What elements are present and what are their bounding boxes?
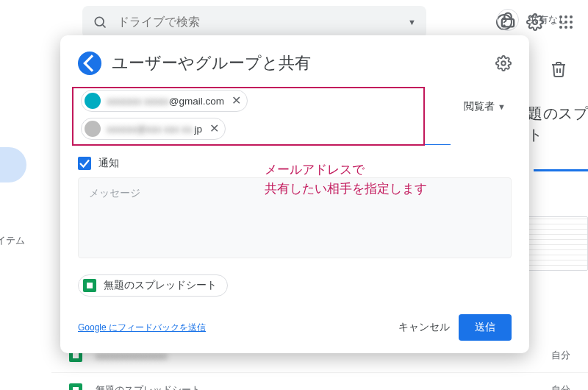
avatar xyxy=(85,121,101,137)
search-icon xyxy=(93,15,107,29)
svg-point-10 xyxy=(570,21,573,24)
lock-icon xyxy=(497,9,519,31)
tab-indicator xyxy=(534,169,588,171)
recipient-chip[interactable]: xxxxxx@xxx xxx xx.jp ✕ xyxy=(81,118,226,140)
search-bar[interactable]: ドライブで検索 ▼ xyxy=(82,6,426,38)
trash-icon[interactable] xyxy=(550,60,567,78)
notify-checkbox[interactable] xyxy=(78,157,91,170)
recipient-chip[interactable]: xxxxxxx xxxxx@gmail.com ✕ xyxy=(81,90,248,112)
send-button[interactable]: 送信 xyxy=(459,314,512,341)
sidebar-item[interactable]: アイテム xyxy=(0,234,25,247)
svg-rect-14 xyxy=(502,19,514,27)
svg-point-7 xyxy=(570,15,573,18)
share-dialog: ユーザーやグループと共有 xxxxxxx xxxxx@gmail.com ✕ x… xyxy=(60,35,529,353)
sheets-icon xyxy=(83,279,96,292)
svg-point-0 xyxy=(95,17,104,26)
chevron-down-icon: ▼ xyxy=(498,102,506,111)
search-placeholder: ドライブで検索 xyxy=(118,15,200,30)
attachment-label: 無題のスプレッドシート xyxy=(104,279,217,292)
cancel-button[interactable]: キャンセル xyxy=(390,315,459,340)
dialog-settings-icon[interactable] xyxy=(495,55,512,71)
svg-point-13 xyxy=(570,26,573,29)
remove-chip-icon[interactable]: ✕ xyxy=(209,123,219,135)
back-button[interactable] xyxy=(78,52,101,75)
role-label: 閲覧者 xyxy=(464,100,495,113)
dialog-title: ユーザーやグループと共有 xyxy=(112,52,311,74)
feedback-link[interactable]: Google にフィードバックを送信 xyxy=(78,322,206,334)
new-button[interactable] xyxy=(0,147,26,182)
remove-chip-icon[interactable]: ✕ xyxy=(232,95,241,107)
message-placeholder: メッセージ xyxy=(89,187,140,199)
details-title: 題のスプト xyxy=(528,103,588,146)
notify-label: 通知 xyxy=(98,157,119,170)
message-textarea[interactable]: メッセージ xyxy=(78,177,512,258)
svg-point-15 xyxy=(501,61,506,65)
sheets-icon xyxy=(69,383,82,391)
svg-line-1 xyxy=(103,25,106,28)
file-owner: 自分 xyxy=(551,383,570,391)
recipient-input[interactable]: xxxxxxx xxxxx@gmail.com ✕ xxxxxx@xxx xxx… xyxy=(78,88,451,145)
file-owner: 自分 xyxy=(551,349,570,362)
role-select[interactable]: 閲覧者 ▼ xyxy=(458,96,512,118)
avatar xyxy=(85,93,101,109)
file-row[interactable]: 無題のスプレッドシート 自分 xyxy=(51,372,588,390)
share-status-text: 共有なし xyxy=(529,13,567,26)
file-name: 無題のスプレッドシート xyxy=(96,383,201,391)
search-dropdown-icon[interactable]: ▼ xyxy=(408,18,416,26)
attachment-chip[interactable]: 無題のスプレッドシート xyxy=(78,274,228,297)
